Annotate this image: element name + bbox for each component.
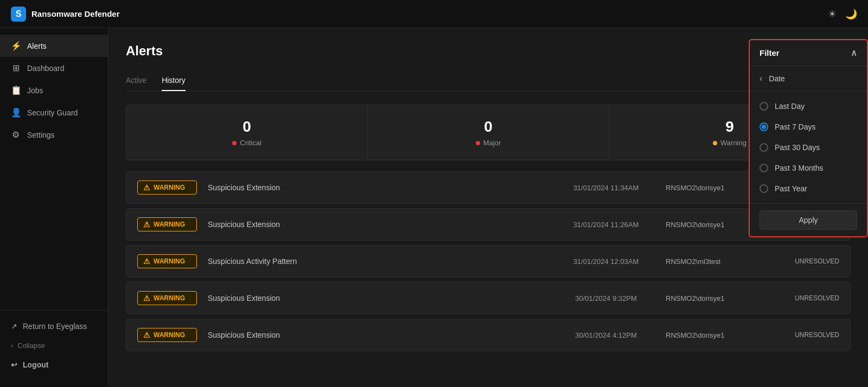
security-guard-icon: 👤 [11,107,21,118]
alert-status: UNRESOLVED [785,257,839,265]
alert-type: Suspicious Extension [208,331,546,339]
dashboard-icon: ⊞ [11,63,21,73]
alert-badge: ⚠ WARNING [137,291,197,305]
table-row[interactable]: ⚠ WARNING Suspicious Activity Pattern 31… [126,245,851,278]
alert-list: ⚠ WARNING Suspicious Extension 31/01/202… [126,171,851,351]
alert-host: RNSMO2\ml3test [666,257,774,266]
app-name: Ransomware Defender [31,9,120,18]
logout-button[interactable]: ↩ Logout [0,354,108,375]
alert-type: Suspicious Activity Pattern [208,257,546,266]
past-year-label: Past Year [775,184,807,193]
warning-badge-icon: ⚠ [143,220,150,229]
back-icon[interactable]: ‹ [760,74,762,83]
topbar: S Ransomware Defender ☀ 🌙 [0,0,868,28]
sidebar-item-jobs[interactable]: 📋 Jobs [0,79,108,101]
alert-badge: ⚠ WARNING [137,254,197,268]
filter-date-label: Date [769,74,785,83]
filter-title: Filter [760,48,780,57]
alert-type: Suspicious Extension [208,294,546,302]
table-row[interactable]: ⚠ WARNING Suspicious Extension 31/01/202… [126,171,851,204]
logout-icon: ↩ [11,360,17,369]
filter-option-past-7-days[interactable]: Past 7 Days [750,117,867,137]
sun-icon[interactable]: ☀ [828,8,837,20]
brand: S Ransomware Defender [11,7,120,22]
warning-badge-icon: ⚠ [143,331,150,339]
alert-badge: ⚠ WARNING [137,217,197,231]
filter-panel: Filter ∧ ‹ Date Last Day Past 7 Days Pas… [749,39,868,237]
tab-history[interactable]: History [162,72,186,91]
table-row[interactable]: ⚠ WARNING Suspicious Extension 31/01/202… [126,208,851,241]
summary-critical: 0 Critical [126,105,368,160]
tab-active[interactable]: Active [126,72,146,91]
table-row[interactable]: ⚠ WARNING Suspicious Extension 30/01/202… [126,319,851,351]
major-label: Major [379,139,598,147]
warning-badge-icon: ⚠ [143,257,150,266]
brand-icon: S [11,7,26,22]
sidebar-item-security-guard-label: Security Guard [27,108,78,117]
filter-option-last-day[interactable]: Last Day [750,96,867,117]
sidebar-item-security-guard[interactable]: 👤 Security Guard [0,101,108,124]
sidebar-item-settings[interactable]: ⚙ Settings [0,124,108,146]
alert-status: UNRESOLVED [785,294,839,302]
past-7-days-label: Past 7 Days [775,122,815,131]
filter-option-past-year[interactable]: Past Year [750,178,867,199]
external-link-icon: ↗ [11,322,17,331]
filter-option-past-30-days[interactable]: Past 30 Days [750,137,867,158]
critical-dot [232,141,237,145]
last-day-label: Last Day [775,102,805,111]
sidebar-item-settings-label: Settings [27,131,55,139]
settings-icon: ⚙ [11,130,21,140]
alert-time: 31/01/2024 11:34AM [557,184,655,192]
radio-past-7-days [760,122,768,131]
tabs: Active History [126,72,851,92]
past-3-months-label: Past 3 Months [775,164,824,172]
past-30-days-label: Past 30 Days [775,143,820,152]
alert-host: RNSMO2\dorisye1 [666,331,774,339]
alert-badge: ⚠ WARNING [137,180,197,195]
jobs-icon: 📋 [11,85,21,95]
warning-dot [713,141,717,145]
collapse-button[interactable]: ‹ Collapse [0,337,108,354]
radio-past-year [760,184,768,193]
return-to-eyeglass-button[interactable]: ↗ Return to Eyeglass [0,316,108,337]
chevron-left-icon: ‹ [11,341,13,350]
topbar-actions: ☀ 🌙 [828,8,857,20]
alert-type: Suspicious Extension [208,183,546,192]
alert-status: UNRESOLVED [785,331,839,339]
alert-time: 31/01/2024 11:26AM [557,221,655,229]
alert-badge: ⚠ WARNING [137,328,197,342]
filter-date-header: ‹ Date [750,66,867,92]
filter-collapse-icon[interactable]: ∧ [851,48,857,58]
critical-count: 0 [137,118,356,136]
sidebar-nav: ⚡ Alerts ⊞ Dashboard 📋 Jobs 👤 Security G… [0,35,108,310]
sidebar-item-alerts-label: Alerts [27,42,47,50]
sidebar: ⚡ Alerts ⊞ Dashboard 📋 Jobs 👤 Security G… [0,28,108,387]
radio-inner-past-7-days [762,125,766,129]
alerts-icon: ⚡ [11,41,21,51]
logout-label: Logout [23,360,48,369]
moon-icon[interactable]: 🌙 [845,8,857,20]
filter-option-past-3-months[interactable]: Past 3 Months [750,158,867,178]
radio-last-day [760,102,768,111]
critical-label: Critical [137,139,356,147]
warning-badge-icon: ⚠ [143,183,150,192]
apply-button[interactable]: Apply [760,210,857,230]
summary-bar: 0 Critical 0 Major 9 Warning [126,105,851,160]
radio-past-3-months [760,164,768,172]
layout: ⚡ Alerts ⊞ Dashboard 📋 Jobs 👤 Security G… [0,28,868,387]
filter-header: Filter ∧ [750,40,867,66]
warning-badge-icon: ⚠ [143,294,150,302]
alert-time: 31/01/2024 12:03AM [557,257,655,266]
major-count: 0 [379,118,598,136]
table-row[interactable]: ⚠ WARNING Suspicious Extension 30/01/202… [126,282,851,314]
alert-type: Suspicious Extension [208,220,546,229]
sidebar-bottom: ↗ Return to Eyeglass ‹ Collapse ↩ Logout [0,310,108,380]
alert-time: 30/01/2024 4:12PM [557,331,655,339]
filter-options: Last Day Past 7 Days Past 30 Days Past 3… [750,92,867,203]
major-dot [476,141,480,145]
return-label: Return to Eyeglass [23,322,87,331]
sidebar-item-alerts[interactable]: ⚡ Alerts [0,35,108,57]
page-title: Alerts [126,43,851,59]
alert-time: 30/01/2024 9:32PM [557,294,655,302]
sidebar-item-dashboard[interactable]: ⊞ Dashboard [0,57,108,79]
